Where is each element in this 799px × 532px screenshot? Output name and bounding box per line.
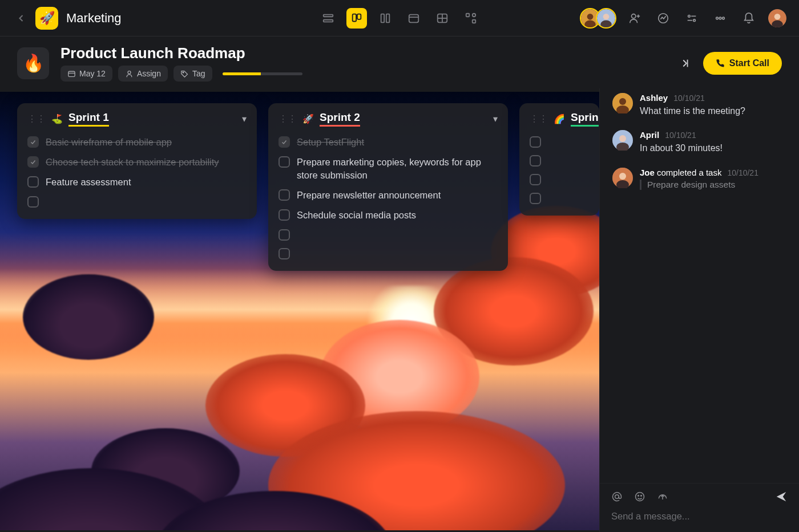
view-calendar-icon[interactable] (403, 8, 424, 29)
task-item[interactable] (279, 225, 498, 244)
task-item[interactable] (530, 132, 589, 151)
avatar-current-user[interactable] (767, 8, 788, 29)
checkbox-icon[interactable] (530, 193, 541, 204)
chat-input-bar (599, 483, 799, 532)
activity-icon[interactable] (653, 8, 673, 29)
avatar (612, 130, 633, 151)
tag-pill[interactable]: Tag (173, 66, 212, 82)
view-board-icon[interactable] (346, 8, 367, 29)
chat-activity[interactable]: Joe completed a task 10/10/21 Prepare de… (612, 168, 786, 190)
add-member-icon[interactable] (624, 8, 645, 29)
avatar (612, 168, 633, 188)
more-icon[interactable] (710, 8, 731, 29)
svg-point-50 (638, 496, 639, 497)
column-sprint-2[interactable]: ⋮⋮ 🚀 Sprint 2 ▾ Setup TestFlight Prepare… (268, 103, 508, 271)
column-title[interactable]: Sprin (571, 111, 599, 127)
task-item[interactable] (530, 151, 589, 170)
mention-icon[interactable] (611, 491, 623, 505)
task-item[interactable]: Choose tech stack to maximize portabilit… (27, 152, 247, 172)
checkbox-icon[interactable] (27, 136, 39, 148)
task-text: Schedule social media posts (297, 209, 416, 222)
task-item[interactable] (530, 170, 589, 189)
bell-icon[interactable] (739, 8, 759, 29)
due-date-pill[interactable]: May 12 (60, 66, 112, 82)
collapse-sidebar-icon[interactable] (675, 53, 695, 74)
progress-fill (223, 72, 261, 75)
column-title[interactable]: Sprint 2 (320, 111, 360, 127)
column-sprint-3[interactable]: ⋮⋮ 🌈 Sprin (519, 103, 599, 216)
workspace-title[interactable]: Marketing (66, 11, 122, 26)
drag-handle-icon[interactable]: ⋮⋮ (530, 113, 548, 124)
page-emoji[interactable]: 🔥 (17, 47, 49, 79)
message-author: Ashley (640, 93, 668, 103)
checkbox-icon[interactable] (279, 229, 290, 241)
view-table-icon[interactable] (432, 8, 453, 29)
chevron-down-icon[interactable]: ▾ (493, 113, 498, 124)
checkbox-icon[interactable] (27, 156, 39, 168)
svg-point-28 (716, 17, 719, 19)
svg-point-48 (615, 495, 619, 499)
chevron-down-icon[interactable]: ▾ (242, 113, 247, 124)
workspace-icon[interactable]: 🚀 (35, 7, 58, 30)
assign-pill[interactable]: Assign (118, 66, 168, 82)
view-list-icon[interactable] (318, 8, 338, 29)
task-text: Basic wireframe of mobile app (46, 136, 172, 149)
settings-icon[interactable] (681, 8, 702, 29)
task-item[interactable] (279, 244, 498, 263)
task-item[interactable] (530, 189, 589, 208)
svg-point-40 (619, 98, 626, 105)
avatar-member-2[interactable] (596, 8, 616, 29)
column-title[interactable]: Sprint 1 (68, 111, 109, 127)
view-workflow-icon[interactable] (461, 8, 481, 29)
message-input[interactable] (611, 511, 788, 522)
due-date-label: May 12 (79, 69, 106, 78)
svg-rect-11 (466, 13, 470, 17)
chat-message[interactable]: April10/10/21 In about 30 minutes! (612, 130, 786, 155)
task-text: Setup TestFlight (297, 136, 364, 149)
checkbox-icon[interactable] (530, 174, 541, 185)
message-timestamp: 10/10/21 (673, 94, 705, 103)
column-emoji: ⛳️ (51, 113, 63, 124)
page-title[interactable]: Product Launch Roadmap (60, 44, 302, 62)
drag-handle-icon[interactable]: ⋮⋮ (27, 113, 46, 124)
avatar-stack[interactable] (580, 8, 616, 29)
column-sprint-1[interactable]: ⋮⋮ ⛳️ Sprint 1 ▾ Basic wireframe of mobi… (17, 103, 257, 219)
svg-point-46 (619, 173, 626, 180)
view-columns-icon[interactable] (375, 8, 396, 29)
drag-handle-icon[interactable]: ⋮⋮ (279, 113, 297, 124)
task-item[interactable]: Schedule social media posts (279, 205, 498, 225)
attachment-icon[interactable] (657, 491, 668, 505)
task-item[interactable]: Prepare marketing copies, keywords for a… (279, 152, 498, 185)
start-call-button[interactable]: Start Call (703, 52, 782, 75)
svg-rect-2 (353, 14, 356, 21)
message-timestamp: 10/10/21 (665, 131, 696, 140)
checkbox-icon[interactable] (27, 196, 39, 208)
task-item[interactable]: Basic wireframe of mobile app (27, 132, 247, 152)
task-item[interactable] (27, 192, 247, 211)
send-icon[interactable] (775, 490, 788, 505)
checkbox-icon[interactable] (279, 156, 290, 168)
svg-point-24 (688, 15, 691, 17)
task-item[interactable]: Setup TestFlight (279, 132, 498, 152)
checkbox-icon[interactable] (279, 189, 290, 201)
back-button[interactable] (11, 9, 31, 28)
svg-point-13 (473, 13, 476, 17)
message-text: In about 30 minutes! (640, 142, 786, 155)
emoji-icon[interactable] (634, 491, 645, 505)
checkbox-icon[interactable] (279, 209, 290, 221)
svg-point-26 (693, 19, 696, 21)
checkbox-icon[interactable] (279, 248, 290, 259)
checkbox-icon[interactable] (530, 155, 541, 166)
task-item[interactable]: Feature assessment (27, 172, 247, 192)
start-call-label: Start Call (729, 58, 769, 68)
svg-point-18 (603, 14, 610, 20)
checkbox-icon[interactable] (530, 136, 541, 148)
chat-message[interactable]: Ashley10/10/21 What time is the meeting? (612, 93, 786, 117)
checkbox-icon[interactable] (27, 176, 39, 188)
topbar: 🚀 Marketing (0, 0, 799, 36)
svg-rect-34 (68, 71, 75, 76)
topbar-right (580, 8, 788, 29)
task-item[interactable]: Prepare newsletter announcement (279, 185, 498, 205)
checkbox-icon[interactable] (279, 136, 290, 148)
svg-rect-6 (409, 14, 419, 22)
